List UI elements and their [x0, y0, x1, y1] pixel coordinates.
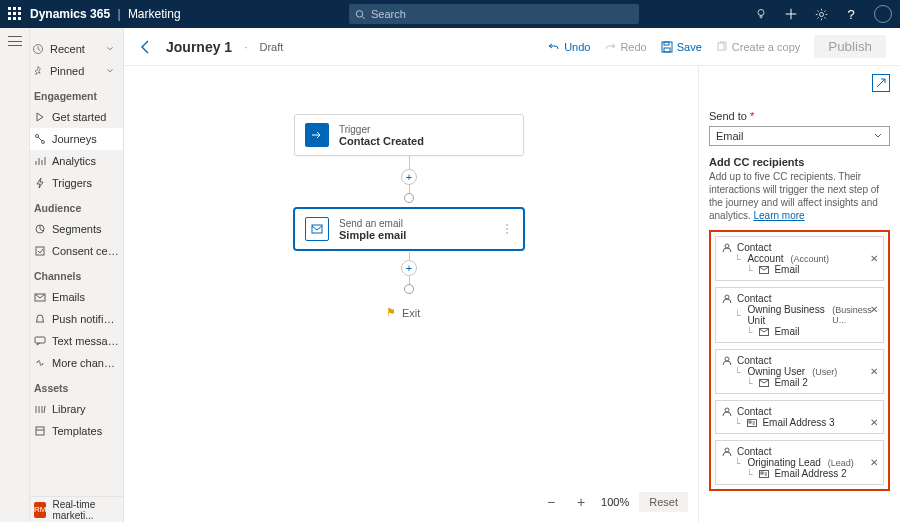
- svg-point-21: [725, 357, 729, 361]
- remove-recipient-button[interactable]: ✕: [870, 457, 878, 468]
- person-icon: [722, 356, 732, 366]
- plus-icon[interactable]: [784, 7, 798, 21]
- svg-rect-10: [35, 337, 45, 343]
- svg-point-19: [725, 295, 729, 299]
- redo-button: Redo: [604, 41, 646, 53]
- area-switcher[interactable]: RM Real-time marketi...: [30, 496, 123, 522]
- sidebar-recent[interactable]: Recent: [30, 38, 123, 60]
- mail-icon: [759, 328, 769, 336]
- sidebar-group-channels: Channels: [30, 262, 123, 286]
- gear-icon[interactable]: [814, 7, 828, 21]
- status-badge: Draft: [259, 41, 283, 53]
- sidebar-item-library[interactable]: Library: [30, 398, 123, 420]
- hamburger-icon[interactable]: [8, 36, 22, 46]
- mail-icon: [759, 379, 769, 387]
- person-icon: [722, 243, 732, 253]
- bolt-icon: [34, 177, 46, 189]
- send-to-select[interactable]: Email: [709, 126, 890, 146]
- person-icon: [722, 407, 732, 417]
- area-badge: RM: [34, 502, 46, 518]
- cc-recipient-card[interactable]: ✕Contact└Owning User(User)└Email 2: [715, 349, 884, 394]
- add-step-button[interactable]: +: [401, 169, 417, 185]
- undo-icon: [548, 41, 560, 53]
- brand: Dynamics 365 | Marketing: [30, 7, 181, 21]
- node-email[interactable]: Send an emailSimple email ⋯: [294, 208, 524, 250]
- copy-icon: [716, 41, 728, 53]
- search-input[interactable]: [371, 8, 633, 20]
- sidebar-pinned[interactable]: Pinned: [30, 60, 123, 82]
- remove-recipient-button[interactable]: ✕: [870, 417, 878, 428]
- sidebar: Recent Pinned Engagement Get started Jou…: [30, 28, 124, 522]
- sidebar-item-analytics[interactable]: Analytics: [30, 150, 123, 172]
- remove-recipient-button[interactable]: ✕: [870, 304, 878, 315]
- remove-recipient-button[interactable]: ✕: [870, 253, 878, 264]
- journey-canvas[interactable]: TriggerContact Created + Send an emailSi…: [124, 66, 698, 522]
- chevron-down-icon: [105, 66, 115, 76]
- trigger-icon: [305, 123, 329, 147]
- help-icon[interactable]: ?: [844, 7, 858, 21]
- save-button[interactable]: Save: [661, 41, 702, 53]
- global-search[interactable]: [349, 4, 639, 24]
- sidebar-item-consent[interactable]: Consent center: [30, 240, 123, 262]
- properties-panel: Send to * Email Add CC recipients Add up…: [698, 66, 900, 522]
- product-name: Dynamics 365: [30, 7, 110, 21]
- module-name: Marketing: [128, 7, 181, 21]
- search-icon: [355, 9, 365, 20]
- journey-icon: [34, 133, 46, 145]
- svg-line-1: [362, 16, 365, 19]
- remove-recipient-button[interactable]: ✕: [870, 366, 878, 377]
- cc-title: Add CC recipients: [709, 156, 890, 168]
- cc-recipients-list: ✕Contact└Account(Account)└Email✕Contact└…: [709, 230, 890, 491]
- back-button[interactable]: [138, 39, 154, 55]
- lightbulb-icon[interactable]: [754, 7, 768, 21]
- cc-recipient-card[interactable]: ✕Contact└Account(Account)└Email: [715, 236, 884, 281]
- sidebar-item-get-started[interactable]: Get started: [30, 106, 123, 128]
- sidebar-item-journeys[interactable]: Journeys: [30, 128, 123, 150]
- sidebar-item-templates[interactable]: Templates: [30, 420, 123, 442]
- chart-icon: [34, 155, 46, 167]
- clock-icon: [32, 43, 44, 55]
- learn-more-link[interactable]: Learn more: [753, 210, 804, 221]
- cc-recipient-card[interactable]: ✕Contact└Originating Lead(Lead)└Email Ad…: [715, 440, 884, 485]
- consent-icon: [34, 245, 46, 257]
- svg-rect-16: [312, 225, 322, 233]
- sidebar-item-push[interactable]: Push notifications: [30, 308, 123, 330]
- sidebar-item-text[interactable]: Text messages: [30, 330, 123, 352]
- pin-icon: [32, 65, 44, 77]
- undo-button[interactable]: Undo: [548, 41, 590, 53]
- node-trigger[interactable]: TriggerContact Created: [294, 114, 524, 156]
- sidebar-item-triggers[interactable]: Triggers: [30, 172, 123, 194]
- cc-help: Add up to five CC recipients. Their inte…: [709, 170, 890, 222]
- command-bar: Journey 1 · Draft Undo Redo Save Create …: [124, 28, 900, 66]
- mail-icon: [305, 217, 329, 241]
- send-to-label: Send to *: [709, 110, 890, 122]
- app-launcher-icon[interactable]: [8, 7, 22, 21]
- zoom-reset-button[interactable]: Reset: [639, 492, 688, 512]
- sidebar-item-emails[interactable]: Emails: [30, 286, 123, 308]
- sidebar-item-more-channels[interactable]: More channels: [30, 352, 123, 374]
- sidebar-group-audience: Audience: [30, 194, 123, 218]
- top-actions: ?: [754, 5, 892, 23]
- sidebar-group-engagement: Engagement: [30, 82, 123, 106]
- svg-point-23: [725, 408, 729, 412]
- id-icon: [759, 470, 769, 478]
- svg-rect-11: [36, 427, 44, 435]
- avatar[interactable]: [874, 5, 892, 23]
- cc-recipient-card[interactable]: ✕Contact└Owning Business Unit(Business U…: [715, 287, 884, 343]
- zoom-out-button[interactable]: −: [541, 492, 561, 512]
- node-menu[interactable]: ⋯: [500, 223, 514, 236]
- node-exit[interactable]: ⚑ Exit: [386, 306, 420, 319]
- svg-rect-13: [664, 42, 669, 45]
- svg-rect-28: [761, 472, 763, 474]
- expand-panel-button[interactable]: [872, 74, 890, 92]
- cc-recipient-card[interactable]: ✕Contact└Email Address 3: [715, 400, 884, 434]
- zoom-controls: − + 100% Reset: [541, 492, 688, 512]
- zoom-in-button[interactable]: +: [571, 492, 591, 512]
- person-icon: [722, 447, 732, 457]
- main-content: Journey 1 · Draft Undo Redo Save Create …: [124, 28, 900, 522]
- play-icon: [34, 111, 46, 123]
- sidebar-item-segments[interactable]: Segments: [30, 218, 123, 240]
- person-icon: [722, 294, 732, 304]
- mail-icon: [34, 291, 46, 303]
- add-step-button[interactable]: +: [401, 260, 417, 276]
